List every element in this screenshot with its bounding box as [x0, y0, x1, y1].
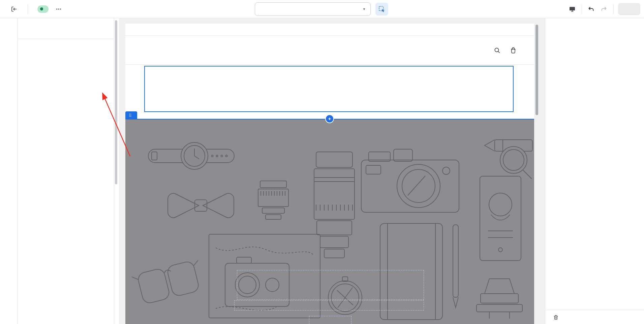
inspect-mode-button[interactable]	[375, 3, 388, 16]
divider	[545, 310, 644, 310]
block-settings-panel	[545, 18, 644, 324]
inspect-icon	[378, 5, 386, 13]
divider	[18, 38, 114, 39]
trash-icon	[553, 315, 559, 320]
image-banner-section[interactable]	[125, 119, 534, 324]
remove-block-button[interactable]	[545, 310, 644, 324]
undo-icon	[588, 6, 594, 12]
redo-button[interactable]	[599, 4, 609, 15]
redo-icon	[601, 6, 607, 12]
editor-rail	[0, 18, 18, 324]
announcement-bar[interactable]	[125, 24, 534, 36]
sections-sidebar	[18, 18, 114, 324]
xo-story-app-icon	[553, 37, 560, 44]
page-selector-dropdown[interactable]: ▼	[255, 2, 371, 16]
live-status-badge	[37, 5, 49, 13]
add-section-button[interactable]: +	[326, 115, 333, 123]
top-bar: ▼	[0, 0, 644, 18]
store-preview: +	[125, 24, 534, 324]
app-identity-row	[553, 37, 562, 44]
exit-editor-button[interactable]	[9, 4, 20, 15]
more-horizontal-icon	[55, 6, 62, 12]
divider	[613, 4, 614, 14]
chevron-down-icon: ▼	[363, 7, 366, 11]
cart-icon[interactable]	[510, 47, 517, 54]
divider	[582, 4, 582, 14]
search-icon[interactable]	[493, 47, 501, 54]
banner-subheading-selection[interactable]	[234, 300, 424, 310]
live-dot-icon	[40, 7, 43, 10]
drag-handle-icon	[129, 113, 132, 117]
desktop-preview-icon	[569, 6, 576, 12]
preview-workspace: +	[115, 18, 545, 324]
banner-button[interactable]	[309, 316, 351, 324]
preview-scrollbar[interactable]	[535, 25, 538, 115]
exit-icon	[11, 6, 18, 12]
store-header	[125, 36, 534, 65]
image-banner-section-chip[interactable]	[125, 111, 137, 119]
banner-heading-selection[interactable]	[237, 270, 424, 300]
divider	[28, 4, 28, 14]
device-preview-button[interactable]	[567, 4, 578, 15]
undo-button[interactable]	[586, 4, 596, 15]
xo-story-app-section[interactable]	[144, 66, 514, 112]
save-button[interactable]	[618, 3, 640, 15]
sidebar-scrollbar[interactable]	[115, 20, 117, 184]
more-actions-button[interactable]	[53, 4, 64, 15]
